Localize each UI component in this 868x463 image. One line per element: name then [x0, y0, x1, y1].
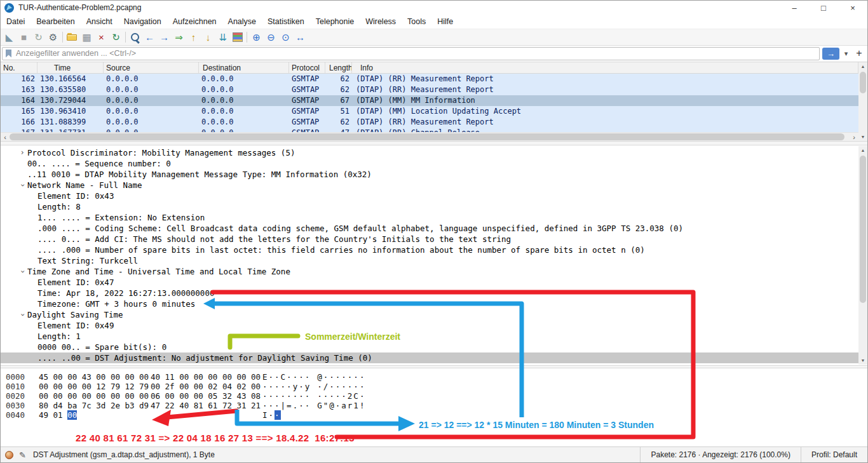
close-file-icon[interactable]: ×	[94, 30, 109, 44]
detail-line[interactable]: ›Time Zone and Time - Universal Time and…	[1, 266, 867, 277]
detail-line[interactable]: 0000 00.. = Spare bit(s): 0	[1, 342, 867, 352]
resize-columns-icon[interactable]: ↔	[293, 30, 308, 44]
menu-item-hilfe[interactable]: Hilfe	[431, 15, 459, 29]
detail-line[interactable]: Element ID: 0x43	[1, 191, 867, 201]
detail-line[interactable]: Element ID: 0x47	[1, 277, 867, 288]
detail-line[interactable]: ›Network Name - Full Name	[1, 180, 867, 191]
horizontal-scrollbar[interactable]: ‹ ›	[1, 132, 858, 141]
capture-options-icon[interactable]: ⚙	[46, 30, 60, 44]
detail-scroll-thumb[interactable]	[860, 156, 866, 303]
detail-line[interactable]: .... .000 = Number of spare bits in last…	[1, 245, 867, 255]
hex-row[interactable]: 002000 00 00 00 00 00 00 0006 00 00 00 0…	[1, 391, 867, 401]
column-header-no[interactable]: No.	[1, 62, 37, 73]
menu-item-analyse[interactable]: Analyse	[222, 15, 262, 29]
packet-row[interactable]: 165130.9634100.0.0.00.0.0.0GSMTAP51(DTAP…	[1, 106, 858, 117]
menu-item-tools[interactable]: Tools	[402, 15, 431, 29]
collapse-icon[interactable]: ›	[17, 310, 28, 320]
detail-line[interactable]: 1... .... = Extension: No Extension	[1, 212, 867, 223]
start-capture-icon[interactable]: ◣	[2, 30, 17, 44]
capture-comment-icon[interactable]: ✎	[19, 450, 26, 460]
detail-line[interactable]: 00.. .... = Sequence number: 0	[1, 158, 867, 169]
menu-item-navigation[interactable]: Navigation	[118, 15, 167, 29]
go-back-icon[interactable]: ←	[142, 30, 157, 44]
colorize-icon[interactable]	[230, 30, 245, 44]
open-file-icon[interactable]	[65, 30, 79, 44]
hex-row[interactable]: 000045 00 00 43 00 00 00 0040 11 00 00 0…	[1, 372, 867, 382]
menu-item-bearbeiten[interactable]: Bearbeiten	[31, 15, 80, 29]
menu-item-statistiken[interactable]: Statistiken	[262, 15, 310, 29]
column-header-source[interactable]: Source	[104, 62, 199, 73]
stop-capture-icon[interactable]: ■	[17, 30, 31, 44]
menu-item-datei[interactable]: Datei	[1, 15, 31, 29]
scroll-right-icon[interactable]: ›	[850, 133, 858, 141]
filter-bookmark-icon[interactable]	[6, 50, 11, 58]
restart-capture-icon[interactable]: ↻	[31, 30, 46, 44]
zoom-out-icon[interactable]: ⊖	[264, 30, 278, 44]
reload-file-icon[interactable]: ↻	[109, 30, 123, 44]
column-header-length[interactable]: Length	[325, 62, 352, 73]
save-file-icon[interactable]: ▦	[79, 30, 94, 44]
scroll-down-icon[interactable]: ▼	[858, 356, 867, 365]
profile-selector[interactable]: Profil: Default	[801, 447, 867, 462]
last-packet-icon[interactable]: ↓	[201, 30, 215, 44]
hex-row[interactable]: 003080 d4 ba 7c 3d 2e b3 d947 22 40 81 6…	[1, 401, 867, 410]
menu-item-ansicht[interactable]: Ansicht	[81, 15, 118, 29]
maximize-button[interactable]: □	[809, 1, 838, 15]
packet-row[interactable]: 167131.1677310.0.0.00.0.0.0GSMTAP47(DTAP…	[1, 128, 858, 132]
packet-cell-info: (DTAP) (RR) Measurement Report	[352, 117, 858, 128]
add-filter-button[interactable]: +	[853, 48, 865, 60]
detail-text: Element ID: 0x49	[37, 320, 114, 331]
zoom-in-icon[interactable]: ⊕	[249, 30, 264, 44]
column-header-time[interactable]: Time	[37, 62, 104, 73]
packet-row[interactable]: 166131.0883990.0.0.00.0.0.0GSMTAP62(DTAP…	[1, 117, 858, 128]
column-header-protocol[interactable]: Protocol	[289, 62, 325, 73]
apply-filter-button[interactable]: →	[822, 48, 839, 60]
detail-scrollbar[interactable]: ▲ ▼	[858, 146, 867, 365]
minimize-button[interactable]: –	[780, 1, 809, 15]
packet-row[interactable]: 162130.1665640.0.0.00.0.0.0GSMTAP62(DTAP…	[1, 74, 858, 84]
expand-icon[interactable]: ›	[17, 147, 27, 158]
detail-line[interactable]: Text String: Turkcell	[1, 255, 867, 266]
toolbar-separator	[247, 32, 247, 43]
detail-line[interactable]: ›Daylight Saving Time	[1, 309, 867, 320]
detail-line[interactable]: Length: 1	[1, 331, 867, 342]
detail-line[interactable]: Length: 8	[1, 201, 867, 212]
autoscroll-icon[interactable]: ⇊	[215, 30, 230, 44]
horizontal-scroll-thumb[interactable]	[10, 133, 844, 140]
display-filter-input[interactable]	[15, 48, 816, 58]
packet-list-scrollbar[interactable]: ▲ ▼	[858, 62, 867, 141]
zoom-reset-icon[interactable]: ⊙	[278, 30, 293, 44]
detail-line[interactable]: Time: Apr 18, 2022 16:27:13.000000000	[1, 288, 867, 299]
packet-row[interactable]: 163130.6355800.0.0.00.0.0.0GSMTAP62(DTAP…	[1, 84, 858, 95]
find-packet-icon[interactable]	[128, 30, 142, 44]
packet-row[interactable]: 164130.7290440.0.0.00.0.0.0GSMTAP67(DTAP…	[1, 95, 858, 106]
menu-item-aufzeichnen[interactable]: Aufzeichnen	[167, 15, 222, 29]
detail-line[interactable]: .000 .... = Coding Scheme: Cell Broadcas…	[1, 223, 867, 234]
column-header-info[interactable]: Info	[352, 62, 858, 73]
menu-item-wireless[interactable]: Wireless	[360, 15, 402, 29]
scroll-up-icon[interactable]: ▲	[858, 62, 867, 70]
column-header-destination[interactable]: Destination	[199, 62, 289, 73]
detail-line[interactable]: ..11 0010 = DTAP Mobility Management Mes…	[1, 169, 867, 180]
scroll-left-icon[interactable]: ‹	[1, 133, 10, 141]
hex-row[interactable]: 001000 00 00 00 12 79 12 7900 2f 00 00 0…	[1, 382, 867, 391]
go-to-packet-icon[interactable]: ⇒	[172, 30, 186, 44]
detail-line[interactable]: Timezone: GMT + 3 hours 0 minutes	[1, 299, 867, 309]
collapse-icon[interactable]: ›	[17, 267, 28, 277]
pane-splitter[interactable]	[1, 141, 867, 145]
first-packet-icon[interactable]: ↑	[186, 30, 201, 44]
packet-scroll-thumb[interactable]	[860, 72, 866, 93]
collapse-icon[interactable]: ›	[17, 180, 28, 191]
detail-line[interactable]: ›Protocol Discriminator: Mobility Manage…	[1, 147, 867, 158]
menu-item-telephonie[interactable]: Telephonie	[310, 15, 360, 29]
close-button[interactable]: ×	[838, 1, 867, 15]
detail-line[interactable]: Element ID: 0x49	[1, 320, 867, 331]
scroll-down-icon[interactable]: ▼	[858, 133, 867, 141]
go-forward-icon[interactable]: →	[157, 30, 172, 44]
hex-row[interactable]: 004049 01 00I··	[1, 410, 867, 420]
expert-info-icon[interactable]	[5, 451, 13, 459]
detail-line[interactable]: .... 0... = Add CI: The MS should not ad…	[1, 234, 867, 245]
detail-line[interactable]: .... ..00 = DST Adjustment: No adjustmen…	[1, 352, 867, 363]
scroll-up-icon[interactable]: ▲	[858, 146, 867, 154]
filter-dropdown-icon[interactable]: ▾	[842, 50, 850, 58]
